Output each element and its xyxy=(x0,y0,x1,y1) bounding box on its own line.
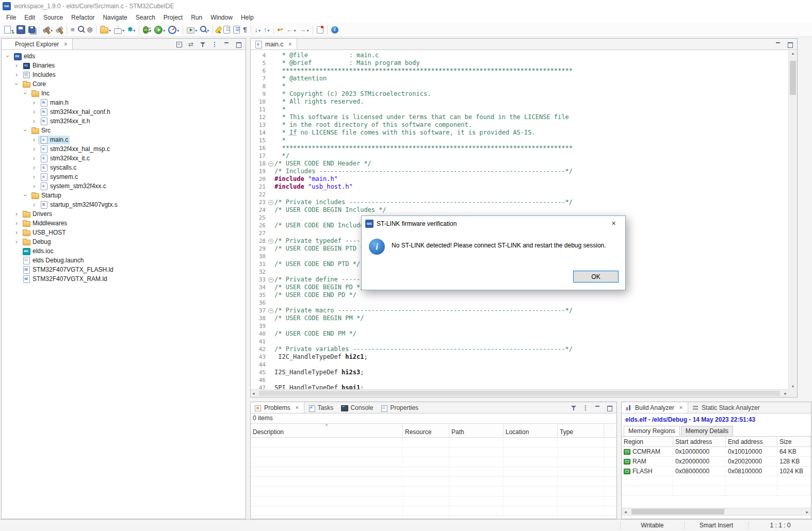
pin-editor-icon[interactable] xyxy=(316,24,324,36)
dropdown-arrow-icon[interactable] xyxy=(194,26,197,34)
twisty-icon[interactable] xyxy=(12,210,21,218)
minimize-icon[interactable] xyxy=(774,41,782,48)
scrollbar-thumb[interactable] xyxy=(631,509,724,515)
new-project-icon[interactable] xyxy=(99,24,112,36)
external-tools-icon[interactable] xyxy=(186,24,198,36)
twisty-icon[interactable] xyxy=(30,118,38,125)
maximize-icon[interactable] xyxy=(786,41,793,48)
minimize-icon[interactable] xyxy=(223,41,230,48)
subtab-memory-details[interactable]: Memory Details xyxy=(681,426,733,436)
view-menu-icon[interactable] xyxy=(211,41,218,48)
tree-item-stm32f4xx-hal-msp-c[interactable]: stm32f4xx_hal_msp.c xyxy=(2,144,246,154)
info-icon[interactable] xyxy=(330,24,339,36)
close-tab-icon[interactable] xyxy=(678,404,684,411)
scrollbar-thumb[interactable] xyxy=(790,61,796,95)
subtab-memory-regions[interactable]: Memory Regions xyxy=(624,426,680,436)
tab-static-stack-analyzer[interactable]: Static Stack Analyzer xyxy=(688,402,764,413)
tab-problems[interactable]: Problems xyxy=(251,402,304,413)
run-icon[interactable] xyxy=(153,24,166,36)
maximize-icon[interactable] xyxy=(235,41,242,48)
project-tree[interactable]: eldsBinariesIncludesCoreIncmain.hstm32f4… xyxy=(2,50,246,284)
dropdown-arrow-icon[interactable] xyxy=(176,26,179,34)
tree-item-drivers[interactable]: Drivers xyxy=(2,209,246,219)
tab-console[interactable]: Console xyxy=(337,402,377,413)
forward-icon[interactable] xyxy=(298,24,310,36)
menu-edit[interactable]: Edit xyxy=(20,13,39,22)
fold-collapse-icon[interactable] xyxy=(267,276,274,284)
tree-item-stm32f407vgtx-flash-ld[interactable]: STM32F407VGTX_FLASH.ld xyxy=(2,265,246,274)
tree-item-src[interactable]: Src xyxy=(2,126,246,135)
twisty-icon[interactable] xyxy=(12,220,21,227)
tree-item-sysmem-c[interactable]: sysmem.c xyxy=(2,172,246,181)
twisty-icon[interactable] xyxy=(22,126,29,135)
code-generation-icon[interactable] xyxy=(126,24,136,36)
tree-item-main-c[interactable]: main.c xyxy=(2,135,246,144)
menu-project[interactable]: Project xyxy=(159,13,187,22)
twisty-icon[interactable] xyxy=(30,182,38,190)
column-header-description[interactable]: Description xyxy=(251,424,403,437)
profile-icon[interactable] xyxy=(167,24,180,36)
collapse-all-icon[interactable] xyxy=(175,41,183,48)
dropdown-arrow-icon[interactable] xyxy=(306,26,308,34)
twisty-icon[interactable] xyxy=(12,229,21,236)
last-edit-location-icon[interactable] xyxy=(277,24,284,36)
tab-project-explorer[interactable]: Project Explorer xyxy=(2,39,73,49)
menu-source[interactable]: Source xyxy=(39,13,67,22)
debug-icon[interactable] xyxy=(142,24,152,36)
column-header-resource[interactable]: Resource xyxy=(403,424,449,437)
column-header-start-address[interactable]: Start address xyxy=(673,437,726,446)
menu-file[interactable]: File xyxy=(2,13,20,22)
tab-tasks[interactable]: Tasks xyxy=(304,402,337,413)
editor-vertical-scrollbar[interactable] xyxy=(788,51,797,389)
column-header-size[interactable]: Size xyxy=(777,437,811,446)
link-with-editor-icon[interactable] xyxy=(187,41,194,48)
fold-collapse-icon[interactable] xyxy=(267,237,274,245)
tree-item-inc[interactable]: Inc xyxy=(2,89,246,98)
menu-refactor[interactable]: Refactor xyxy=(67,13,99,22)
dropdown-arrow-icon[interactable] xyxy=(206,26,209,34)
show-annotations-icon[interactable] xyxy=(222,24,231,36)
show-whitespace-icon[interactable] xyxy=(242,24,248,36)
fold-collapse-icon[interactable] xyxy=(267,160,274,168)
analyzer-horizontal-scrollbar[interactable] xyxy=(622,508,810,516)
next-annotation-icon[interactable] xyxy=(254,24,262,36)
target-status-icon[interactable] xyxy=(86,24,93,36)
tree-item-system-stm32f4xx-c[interactable]: system_stm32f4xx.c xyxy=(2,181,246,191)
dropdown-arrow-icon[interactable] xyxy=(122,26,124,34)
twisty-icon[interactable] xyxy=(30,201,38,208)
dropdown-arrow-icon[interactable] xyxy=(258,26,261,34)
dropdown-arrow-icon[interactable] xyxy=(267,26,270,34)
filter-icon[interactable] xyxy=(199,41,206,48)
twisty-icon[interactable] xyxy=(30,164,38,171)
show-selected-element-icon[interactable] xyxy=(232,24,241,36)
search-icon[interactable] xyxy=(199,24,210,36)
twisty-icon[interactable] xyxy=(4,52,11,60)
dialog-close-icon[interactable] xyxy=(602,216,625,231)
tree-item-stm32f4xx-hal-conf-h[interactable]: stm32f4xx_hal_conf.h xyxy=(2,107,246,117)
tree-item-stm32f407vgtx-ram-ld[interactable]: STM32F407VGTX_RAM.ld xyxy=(2,274,246,284)
dropdown-arrow-icon[interactable] xyxy=(133,26,135,34)
dropdown-arrow-icon[interactable] xyxy=(149,26,151,34)
close-tab-icon[interactable] xyxy=(62,41,69,48)
tree-item-elds-ioc[interactable]: elds.ioc xyxy=(2,246,246,256)
column-header-path[interactable]: Path xyxy=(449,424,504,437)
previous-annotation-icon[interactable] xyxy=(263,24,271,36)
open-element-icon[interactable] xyxy=(77,24,85,36)
tree-item-syscalls-c[interactable]: syscalls.c xyxy=(2,163,246,172)
tab-build-analyzer[interactable]: Build Analyzer xyxy=(622,402,688,413)
dropdown-arrow-icon[interactable] xyxy=(108,26,111,34)
twisty-icon[interactable] xyxy=(12,62,21,69)
memory-region-row-ccmram[interactable]: CCMRAM0x100000000x1001000064 KB xyxy=(622,447,811,457)
tree-item-core[interactable]: Core xyxy=(2,79,246,89)
dropdown-arrow-icon[interactable] xyxy=(50,26,53,34)
tree-item-usb-host[interactable]: USB_HOST xyxy=(2,228,246,237)
view-menu-icon[interactable] xyxy=(582,404,589,411)
menu-help[interactable]: Help xyxy=(237,13,258,22)
close-tab-icon[interactable] xyxy=(294,404,300,411)
column-header-end-address[interactable]: End address xyxy=(726,437,777,446)
twisty-icon[interactable] xyxy=(22,191,29,200)
twisty-icon[interactable] xyxy=(12,238,21,245)
menu-run[interactable]: Run xyxy=(187,13,206,22)
tree-item-includes[interactable]: Includes xyxy=(2,70,246,79)
twisty-icon[interactable] xyxy=(30,136,38,143)
